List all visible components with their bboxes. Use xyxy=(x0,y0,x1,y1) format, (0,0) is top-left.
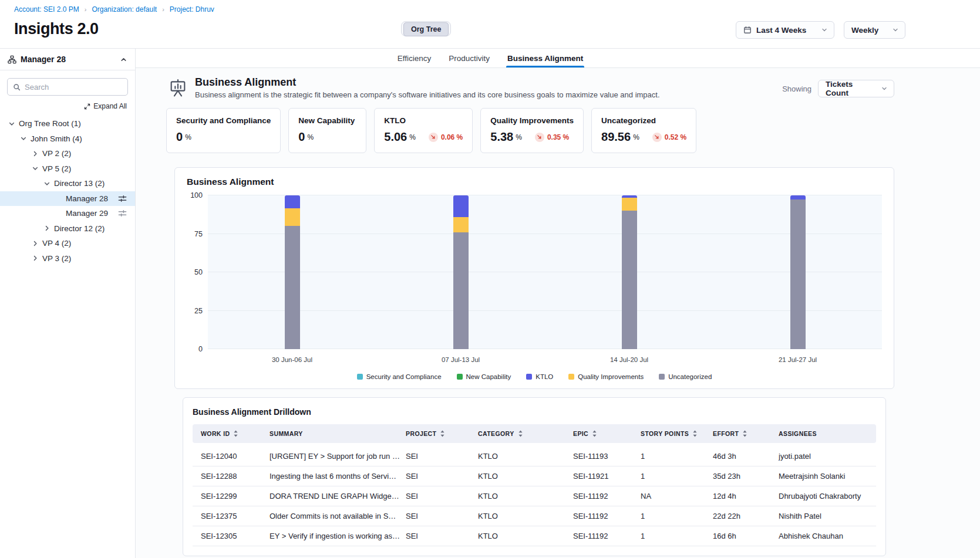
search-input[interactable] xyxy=(25,83,122,92)
bar-stack-14-jul-20-jul[interactable] xyxy=(622,195,637,349)
chevron-down-icon[interactable] xyxy=(20,135,31,142)
tree-item-label: Manager 29 xyxy=(66,209,108,218)
tree-item-vp-2-2[interactable]: VP 2 (2) xyxy=(0,146,135,161)
org-tree-toggle-button[interactable]: Org Tree xyxy=(403,22,449,36)
legend-item-quality-improvements[interactable]: Quality Improvements xyxy=(568,373,644,380)
tree-item-director-12-2[interactable]: Director 12 (2) xyxy=(0,221,135,236)
stat-cards-row: Security and Compliance0%New Capability0… xyxy=(166,108,980,153)
stat-card-title: New Capability xyxy=(298,116,356,125)
column-header-label: EFFORT xyxy=(713,430,739,437)
x-axis-label: 07 Jul-13 Jul xyxy=(376,356,545,363)
legend-swatch xyxy=(526,374,532,380)
column-header-work-id[interactable]: WORK ID xyxy=(193,424,270,443)
org-tree-toggle-group: Org Tree xyxy=(401,21,451,36)
showing-select[interactable]: Tickets Count xyxy=(818,80,894,97)
sidebar-title: Manager 28 xyxy=(21,55,66,64)
bar-stack-21-jul-27-jul[interactable] xyxy=(790,195,806,349)
tree-item-vp-5-2[interactable]: VP 5 (2) xyxy=(0,161,135,177)
breadcrumb-link-account[interactable]: Account: SEI 2.0 PM xyxy=(14,5,79,13)
legend-label: Security and Compliance xyxy=(366,373,442,380)
chevron-right-icon[interactable] xyxy=(32,150,42,157)
chevron-right-icon[interactable] xyxy=(32,255,42,262)
y-axis-tick-100: 100 xyxy=(190,191,203,199)
sort-icon[interactable] xyxy=(742,430,747,437)
table-row-sei-12040[interactable]: SEI-12040[URGENT] EY > Support for job r… xyxy=(193,447,876,466)
collapse-sidebar-chevron-up-icon[interactable] xyxy=(120,56,127,63)
stat-card-new-capability: New Capability0% xyxy=(288,108,366,153)
legend-item-ktlo[interactable]: KTLO xyxy=(526,373,553,380)
chart-legend: Security and ComplianceNew CapabilityKTL… xyxy=(187,373,882,380)
date-range-select[interactable]: Last 4 Weeks xyxy=(736,21,834,39)
cell-epic: SEI-11192 xyxy=(573,486,641,506)
tab-efficiency[interactable]: Efficiency xyxy=(396,49,433,67)
bar-stack-07-jul-13-jul[interactable] xyxy=(453,195,469,349)
column-header-effort[interactable]: EFFORT xyxy=(713,424,779,443)
stat-card-title: Security and Compliance xyxy=(176,116,271,125)
stat-card-quality-improvements: Quality Improvements5.38%0.35 % xyxy=(480,108,584,153)
gridline-100 xyxy=(208,195,882,195)
tab-business-alignment[interactable]: Business Alignment xyxy=(506,49,584,67)
tree-item-vp-3-2[interactable]: VP 3 (2) xyxy=(0,251,135,266)
sort-icon[interactable] xyxy=(592,430,597,437)
sort-icon[interactable] xyxy=(440,430,445,437)
bar-segment-ktlo xyxy=(790,195,806,199)
legend-item-uncategorized[interactable]: Uncategorized xyxy=(659,373,712,380)
tree-item-vp-4-2[interactable]: VP 4 (2) xyxy=(0,236,135,251)
gridline-25 xyxy=(208,310,882,311)
drilldown-table-body: SEI-12040[URGENT] EY > Support for job r… xyxy=(193,447,876,546)
column-header-project[interactable]: PROJECT xyxy=(406,424,478,443)
table-row-sei-12288[interactable]: SEI-12288Ingesting the last 6 months of … xyxy=(193,466,876,486)
table-row-sei-12299[interactable]: SEI-12299DORA TREND LINE GRAPH Widgets i… xyxy=(193,486,876,506)
bar-segment-quality-improvements xyxy=(453,217,469,232)
sort-icon[interactable] xyxy=(692,430,698,437)
legend-item-new-capability[interactable]: New Capability xyxy=(457,373,511,380)
legend-item-security-and-compliance[interactable]: Security and Compliance xyxy=(357,373,442,380)
tree-item-director-13-2[interactable]: Director 13 (2) xyxy=(0,176,135,191)
stat-card-value-row: 0% xyxy=(176,130,271,144)
drilldown-table: WORK IDSUMMARYPROJECTCATEGORYEPICSTORY P… xyxy=(193,424,876,546)
tab-productivity[interactable]: Productivity xyxy=(447,49,491,67)
tree-item-john-smith-4[interactable]: John Smith (4) xyxy=(0,131,135,147)
breadcrumb-link-organization[interactable]: Organization: default xyxy=(92,5,157,13)
gridline-50 xyxy=(208,272,882,272)
tree-item-manager-28[interactable]: Manager 28 xyxy=(0,191,135,207)
org-chart-icon xyxy=(8,55,16,64)
cell-effort: 46d 3h xyxy=(713,447,779,466)
cell-assignees: Dhrubajyoti Chakraborty xyxy=(779,486,876,506)
cell-work-id: SEI-12040 xyxy=(193,447,270,466)
column-header-category[interactable]: CATEGORY xyxy=(478,424,573,443)
tree-item-manager-29[interactable]: Manager 29 xyxy=(0,206,135,221)
cell-story-points: 1 xyxy=(641,506,713,526)
column-header-story-points[interactable]: STORY POINTS xyxy=(641,424,713,443)
tree-item-org-tree-root-1[interactable]: Org Tree Root (1) xyxy=(0,116,135,131)
x-axis-label: 21 Jul-27 Jul xyxy=(713,356,882,363)
chevron-down-icon[interactable] xyxy=(8,120,19,127)
expand-all-button[interactable]: Expand All xyxy=(84,102,127,110)
granularity-select[interactable]: Weekly xyxy=(844,21,905,39)
chevron-down-icon[interactable] xyxy=(43,180,54,187)
breadcrumb-link-project[interactable]: Project: Dhruv xyxy=(170,5,214,13)
x-axis-label: 14 Jul-20 Jul xyxy=(545,356,713,363)
cell-effort: 12d 4h xyxy=(713,486,779,506)
bar-stack-30-jun-06-jul[interactable] xyxy=(285,195,300,349)
sliders-icon[interactable] xyxy=(118,209,127,218)
sort-icon[interactable] xyxy=(518,430,523,437)
sliders-icon[interactable] xyxy=(118,194,127,203)
cell-work-id: SEI-12305 xyxy=(193,526,270,546)
chevron-down-icon[interactable] xyxy=(32,165,42,172)
chevron-right-icon[interactable] xyxy=(32,240,42,247)
stat-card-value: 0 xyxy=(176,130,183,144)
column-header-label: ASSIGNEES xyxy=(779,430,817,437)
column-header-epic[interactable]: EPIC xyxy=(573,424,641,443)
y-axis-tick-75: 75 xyxy=(194,230,203,238)
sort-icon[interactable] xyxy=(233,430,238,437)
stat-card-title: KTLO xyxy=(384,116,463,125)
chevron-right-icon[interactable] xyxy=(43,225,54,232)
chevron-down-icon xyxy=(881,85,888,92)
table-row-sei-12305[interactable]: SEI-12305EY > Verify if ingestion is wor… xyxy=(193,526,876,546)
cell-project: SEI xyxy=(406,506,478,526)
table-row-sei-12375[interactable]: SEI-12375Older Commits is not available … xyxy=(193,506,876,526)
cell-work-id: SEI-12375 xyxy=(193,506,270,526)
cell-summary: Ingesting the last 6 months of ServiceN.… xyxy=(270,466,406,486)
cell-assignees: Meetrajsinh Solanki xyxy=(779,466,876,486)
